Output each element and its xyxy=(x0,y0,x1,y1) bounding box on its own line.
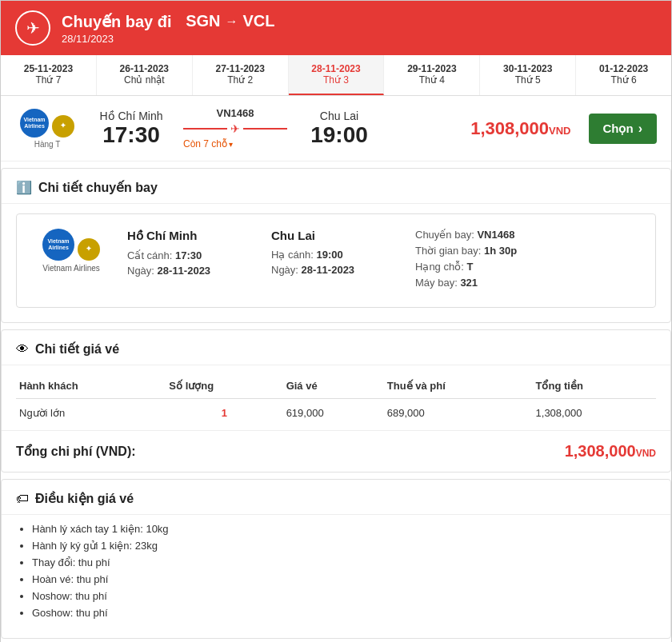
arrive-detail-date: Ngày: 28-11-2023 xyxy=(271,264,399,276)
detail-class: Hạng chỗ: T xyxy=(415,261,575,273)
detail-flight-number: Chuyến bay: VN1468 xyxy=(415,229,575,241)
condition-item-3: Hoàn vé: thu phí xyxy=(32,573,656,585)
plane-icon: ✈ xyxy=(230,122,240,135)
condition-item-0: Hành lý xách tay 1 kiện: 10kg xyxy=(32,523,656,535)
arrive-detail-city: Chu Lai xyxy=(271,229,399,242)
flight-detail-body: VietnamAirlines ✦ Vietnam Airlines Hồ Ch… xyxy=(16,213,656,308)
detail-va-logo: VietnamAirlines xyxy=(42,229,74,261)
conditions-header: 🏷 Điều kiện giá vé xyxy=(2,480,670,515)
cell-fare: 619,000 xyxy=(283,399,384,428)
depart-time: 17:30 xyxy=(87,122,175,148)
flight-detail-header: ℹ️ Chi tiết chuyến bay xyxy=(2,169,670,204)
tab-25[interactable]: 25-11-2023 Thứ 7 xyxy=(1,55,97,95)
header-title-label: Chuyến bay đi xyxy=(62,12,172,31)
detail-info-block: Chuyến bay: VN1468 Thời gian bay: 1h 30p… xyxy=(415,229,575,293)
flight-detail-title: Chi tiết chuyến bay xyxy=(38,180,158,195)
condition-item-1: Hành lý ký gửi 1 kiện: 23kg xyxy=(32,540,656,552)
total-label: Tổng chi phí (VND): xyxy=(16,444,136,459)
tab-27[interactable]: 27-11-2023 Thứ 2 xyxy=(193,55,289,95)
class-badge: ✦ xyxy=(52,115,74,138)
choose-button[interactable]: Chọn › xyxy=(589,114,658,144)
condition-item-2: Thay đổi: thu phí xyxy=(32,556,656,568)
total-amount: 1,308,000VND xyxy=(565,442,656,461)
arrive-detail-land: Hạ cánh: 19:00 xyxy=(271,249,399,261)
flight-card: VietnamAirlines ✦ Hàng T Hồ Chí Minh 17:… xyxy=(1,96,671,161)
arrive-detail-block: Chu Lai Hạ cánh: 19:00 Ngày: 28-11-2023 xyxy=(271,229,399,293)
cell-tax: 689,000 xyxy=(384,399,533,428)
conditions-list: Hành lý xách tay 1 kiện: 10kg Hành lý ký… xyxy=(16,523,656,619)
detail-airline: VietnamAirlines ✦ Vietnam Airlines xyxy=(31,229,111,293)
choose-chevron-icon: › xyxy=(638,122,642,136)
price-detail-title: Chi tiết giá vé xyxy=(35,341,119,357)
price-table: Hành khách Số lượng Giá vé Thuế và phí T… xyxy=(2,365,670,427)
info-icon: ℹ️ xyxy=(16,180,32,195)
flight-middle: VN1468 ✈ Còn 7 chỗ ▾ xyxy=(183,107,287,150)
arrow-line-left xyxy=(183,128,227,130)
tab-30[interactable]: 30-11-2023 Thứ 5 xyxy=(480,55,576,95)
eye-icon: 👁 xyxy=(16,342,29,357)
col-passenger: Hành khách xyxy=(16,373,166,399)
col-tax: Thuế và phí xyxy=(384,373,533,399)
detail-duration: Thời gian bay: 1h 30p xyxy=(415,245,575,257)
tab-28[interactable]: 28-11-2023 Thứ 3 xyxy=(289,55,385,95)
va-logo: VietnamAirlines xyxy=(20,109,49,138)
chevron-down-icon: ▾ xyxy=(229,140,233,149)
total-row: Tổng chi phí (VND): 1,308,000VND xyxy=(2,430,670,472)
tab-29[interactable]: 29-11-2023 Thứ 4 xyxy=(384,55,480,95)
header-plane-icon: ✈ xyxy=(15,10,50,46)
airline-class: Hàng T xyxy=(34,140,61,149)
cell-total: 1,308,000 xyxy=(533,399,656,428)
arrive-time: 19:00 xyxy=(295,122,383,148)
cell-passenger: Người lớn xyxy=(16,399,166,428)
cell-quantity: 1 xyxy=(166,399,282,428)
tab-01[interactable]: 01-12-2023 Thứ 6 xyxy=(576,55,671,95)
conditions-title: Điều kiện giá vé xyxy=(35,491,134,506)
airline-logo: VietnamAirlines ✦ Hàng T xyxy=(15,109,79,149)
depart-info: Hồ Chí Minh 17:30 xyxy=(87,110,175,148)
detail-plane: Máy bay: 321 xyxy=(415,277,575,289)
conditions-body: Hành lý xách tay 1 kiện: 10kg Hành lý ký… xyxy=(2,515,670,638)
tab-26[interactable]: 26-11-2023 Chủ nhật xyxy=(97,55,193,95)
detail-airline-name: Vietnam Airlines xyxy=(42,264,100,273)
date-tabs: 25-11-2023 Thứ 7 26-11-2023 Chủ nhật 27-… xyxy=(1,55,671,96)
detail-class-badge: ✦ xyxy=(78,238,100,261)
col-fare: Giá vé xyxy=(283,373,384,399)
conditions-section: 🏷 Điều kiện giá vé Hành lý xách tay 1 ki… xyxy=(1,479,671,639)
col-total: Tổng tiền xyxy=(533,373,656,399)
condition-item-4: Noshow: thu phí xyxy=(32,590,656,602)
price-section: 1,308,000VND xyxy=(470,118,570,139)
to-code: VCL xyxy=(242,12,274,30)
depart-detail-takeoff: Cất cánh: 17:30 xyxy=(127,249,255,261)
condition-item-5: Goshow: thu phí xyxy=(32,607,656,619)
flight-price: 1,308,000VND xyxy=(470,118,570,139)
flight-detail-section: ℹ️ Chi tiết chuyến bay VietnamAirlines ✦… xyxy=(1,168,671,323)
route: Chuyến bay đi SGN → VCL xyxy=(62,12,274,31)
arrive-city: Chu Lai xyxy=(295,110,383,122)
depart-detail-block: Hồ Chí Minh Cất cánh: 17:30 Ngày: 28-11-… xyxy=(127,229,255,293)
tag-icon: 🏷 xyxy=(16,492,29,506)
seats-left[interactable]: Còn 7 chỗ ▾ xyxy=(183,138,287,150)
depart-city: Hồ Chí Minh xyxy=(87,110,175,122)
col-quantity: Số lượng xyxy=(166,373,282,399)
from-code: SGN xyxy=(186,12,220,30)
depart-detail-city: Hồ Chí Minh xyxy=(127,229,255,243)
price-detail-header: 👁 Chi tiết giá vé xyxy=(2,330,670,365)
arrow-icon: → xyxy=(225,14,238,29)
price-detail-section: 👁 Chi tiết giá vé Hành khách Số lượng Gi… xyxy=(1,329,671,473)
header: ✈ Chuyến bay đi SGN → VCL 28/11/2023 xyxy=(1,1,671,55)
arrow-line-right xyxy=(243,128,287,130)
header-date: 28/11/2023 xyxy=(62,33,274,45)
flight-arrow: ✈ xyxy=(183,122,287,135)
table-row: Người lớn 1 619,000 689,000 1,308,000 xyxy=(16,399,656,428)
depart-detail-date: Ngày: 28-11-2023 xyxy=(127,265,255,277)
arrive-info: Chu Lai 19:00 xyxy=(295,110,383,148)
flight-number: VN1468 xyxy=(183,107,287,119)
